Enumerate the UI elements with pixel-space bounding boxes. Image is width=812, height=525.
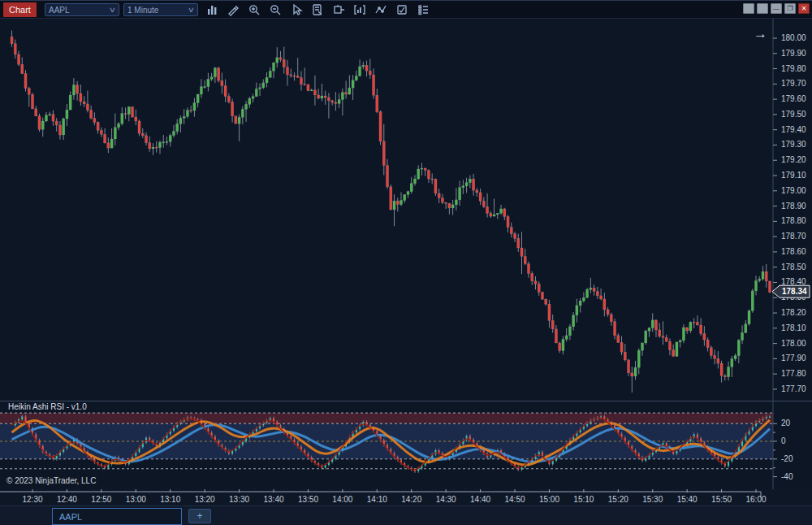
svg-text:12:30: 12:30 bbox=[22, 495, 42, 504]
svg-text:14:00: 14:00 bbox=[332, 495, 352, 504]
indicator-title: Heikin Ashi RSI - v1.0 bbox=[8, 402, 87, 411]
minimize-button[interactable]: — bbox=[771, 3, 782, 14]
cursor-icon bbox=[290, 3, 303, 16]
svg-text:178.70: 178.70 bbox=[781, 232, 806, 241]
last-price-marker: 178.34 bbox=[772, 285, 810, 297]
svg-text:12:40: 12:40 bbox=[57, 495, 77, 504]
svg-text:178.34: 178.34 bbox=[782, 287, 807, 296]
instrument-dropdown-value: AAPL bbox=[49, 6, 70, 15]
svg-text:13:00: 13:00 bbox=[126, 495, 146, 504]
heikin-ashi-rsi-panel[interactable]: 200-20-40Heikin Ashi RSI - v1.0© 2023 Ni… bbox=[0, 401, 812, 489]
chevron-down-icon: ∨ bbox=[188, 6, 195, 14]
line-tool-icon bbox=[374, 3, 387, 16]
svg-text:179.20: 179.20 bbox=[781, 155, 806, 164]
svg-text:16:00: 16:00 bbox=[746, 495, 767, 504]
window-button-1[interactable] bbox=[743, 3, 754, 14]
window-controls: —❐✕ bbox=[743, 3, 810, 14]
svg-text:179.00: 179.00 bbox=[781, 186, 806, 195]
svg-text:178.60: 178.60 bbox=[781, 247, 806, 256]
svg-text:178.20: 178.20 bbox=[781, 308, 806, 317]
restore-button[interactable]: ❐ bbox=[784, 3, 796, 14]
svg-text:179.80: 179.80 bbox=[781, 64, 806, 73]
line-tool-button[interactable] bbox=[374, 3, 387, 17]
svg-text:177.70: 177.70 bbox=[781, 384, 806, 393]
svg-text:15:30: 15:30 bbox=[642, 495, 663, 504]
svg-text:12:50: 12:50 bbox=[91, 495, 111, 504]
indicators-button[interactable] bbox=[352, 3, 366, 17]
zoom-in-icon bbox=[248, 3, 261, 16]
instrument-dropdown[interactable]: AAPL ∨ bbox=[45, 3, 119, 16]
svg-text:179.40: 179.40 bbox=[781, 125, 806, 134]
order-panel-button[interactable] bbox=[331, 3, 345, 17]
properties-button[interactable] bbox=[416, 3, 430, 17]
add-tab-button[interactable]: + bbox=[188, 509, 211, 523]
interval-dropdown[interactable]: 1 Minute ∨ bbox=[123, 3, 198, 16]
data-series-icon bbox=[395, 3, 408, 16]
price-chart[interactable]: 180.00179.90179.80179.70179.60179.50179.… bbox=[0, 19, 812, 401]
svg-text:13:40: 13:40 bbox=[263, 495, 283, 504]
order-panel-icon bbox=[332, 3, 345, 16]
svg-text:20: 20 bbox=[781, 419, 791, 427]
indicators-icon bbox=[353, 3, 366, 16]
drawing-tools-button[interactable] bbox=[226, 3, 240, 17]
drawing-tools-icon bbox=[227, 3, 240, 16]
svg-text:14:50: 14:50 bbox=[505, 495, 525, 504]
zoom-out-button[interactable] bbox=[268, 3, 282, 17]
svg-text:179.10: 179.10 bbox=[781, 171, 806, 180]
properties-icon bbox=[417, 3, 430, 16]
zoom-out-icon bbox=[269, 3, 282, 16]
svg-text:15:00: 15:00 bbox=[539, 495, 559, 504]
svg-text:14:10: 14:10 bbox=[367, 495, 387, 504]
zoom-in-button[interactable] bbox=[247, 3, 261, 17]
report-icon bbox=[311, 3, 324, 16]
svg-text:14:40: 14:40 bbox=[470, 495, 490, 504]
svg-text:15:50: 15:50 bbox=[711, 495, 732, 504]
svg-text:178.00: 178.00 bbox=[781, 339, 806, 348]
svg-text:180.00: 180.00 bbox=[781, 33, 806, 42]
svg-text:178.10: 178.10 bbox=[781, 323, 806, 332]
svg-text:15:20: 15:20 bbox=[608, 495, 628, 504]
svg-text:177.80: 177.80 bbox=[781, 369, 806, 378]
time-axis: 12:3012:4012:5013:0013:1013:2013:3013:40… bbox=[0, 489, 812, 505]
close-button[interactable]: ✕ bbox=[798, 3, 810, 14]
copyright-label: © 2023 NinjaTrader, LLC bbox=[6, 476, 96, 485]
report-button[interactable] bbox=[310, 3, 324, 17]
cursor-button[interactable] bbox=[289, 3, 303, 17]
toolbar-icons bbox=[205, 1, 430, 19]
workspace-tab-bar: AAPL + bbox=[0, 505, 812, 525]
svg-text:13:10: 13:10 bbox=[160, 495, 180, 504]
go-to-latest-icon: → bbox=[754, 26, 767, 41]
svg-text:15:40: 15:40 bbox=[677, 495, 698, 504]
svg-text:178.90: 178.90 bbox=[781, 202, 806, 210]
svg-text:178.50: 178.50 bbox=[781, 262, 806, 271]
chevron-down-icon: ∨ bbox=[109, 6, 116, 14]
svg-text:-20: -20 bbox=[781, 454, 793, 463]
window-button-2[interactable] bbox=[757, 3, 768, 14]
svg-text:15:10: 15:10 bbox=[573, 495, 594, 504]
svg-text:179.90: 179.90 bbox=[781, 49, 806, 58]
svg-text:13:20: 13:20 bbox=[195, 495, 215, 504]
svg-text:179.50: 179.50 bbox=[781, 110, 806, 119]
svg-text:178.80: 178.80 bbox=[781, 216, 806, 225]
svg-text:177.90: 177.90 bbox=[781, 354, 806, 362]
svg-text:14:30: 14:30 bbox=[436, 495, 456, 504]
tab-aapl[interactable]: AAPL bbox=[52, 508, 182, 525]
svg-text:-40: -40 bbox=[781, 472, 793, 481]
chart-window-tab[interactable]: Chart bbox=[3, 2, 37, 17]
svg-text:179.60: 179.60 bbox=[781, 94, 806, 103]
data-series-button[interactable] bbox=[395, 3, 408, 17]
svg-text:13:50: 13:50 bbox=[298, 495, 318, 504]
toolbar: Chart AAPL ∨ 1 Minute ∨ —❐✕ bbox=[0, 1, 812, 19]
svg-text:0: 0 bbox=[781, 436, 786, 445]
svg-text:179.70: 179.70 bbox=[781, 79, 806, 88]
chart-style-button[interactable] bbox=[205, 3, 218, 17]
svg-text:13:30: 13:30 bbox=[229, 495, 249, 504]
svg-text:179.30: 179.30 bbox=[781, 140, 806, 149]
ninjatrader-chart-window: Chart AAPL ∨ 1 Minute ∨ —❐✕ 180.00179.90… bbox=[0, 0, 812, 525]
interval-dropdown-value: 1 Minute bbox=[127, 6, 158, 15]
svg-text:14:20: 14:20 bbox=[401, 495, 421, 504]
chart-style-icon bbox=[205, 3, 218, 16]
